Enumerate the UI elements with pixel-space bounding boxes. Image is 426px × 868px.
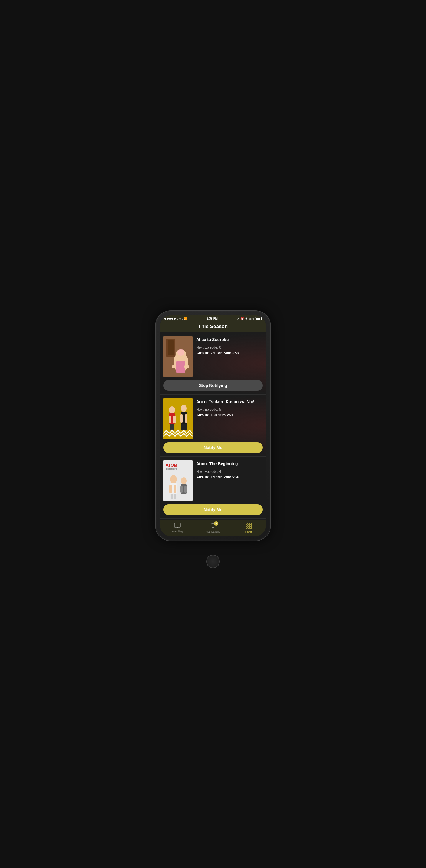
status-bar: VIVA 📶 2:39 PM ↗ ⏰ ✱ 76% [160,315,266,321]
wifi-icon: 📶 [184,317,187,320]
notifications-tab-label: Notifications [206,530,220,533]
anime-next-ep-ani: Next Episode: 5 [196,407,263,412]
alarm-icon: ⏰ [241,317,244,320]
status-right: ↗ ⏰ ✱ 76% [237,317,262,320]
svg-rect-50 [248,523,250,524]
anime-item-alice: Alice to Zouroku Next Episode: 6 Airs in… [160,333,266,395]
svg-rect-57 [250,527,252,528]
anime-item-atom: ATOM THE BEGINNING [160,457,266,519]
anime-info-ani: Ani ni Tsukeru Kusuri wa Nai! Next Episo… [196,398,263,439]
svg-rect-14 [173,416,176,423]
tab-watching[interactable]: Watching [160,523,195,533]
svg-point-32 [181,477,187,484]
status-time: 2:39 PM [206,317,218,320]
tab-bar: Watching 2 Notifications [160,520,266,536]
svg-rect-21 [181,424,184,430]
anime-row-atom: ATOM THE BEGINNING [160,457,266,501]
tab-chart[interactable]: Chart [231,522,266,533]
signal-dot [164,318,166,319]
svg-rect-15 [170,424,172,430]
chart-tab-label: Chart [246,530,252,533]
svg-rect-35 [184,486,187,493]
anime-title-ani: Ani ni Tsukeru Kusuri wa Nai! [196,399,263,404]
anime-action-ani: Notify Me [160,439,266,456]
svg-rect-7 [172,366,176,368]
tab-notifications[interactable]: 2 Notifications [195,523,231,533]
svg-rect-22 [184,424,187,430]
notify-me-button-atom[interactable]: Notify Me [163,504,263,515]
anime-cover-atom: ATOM THE BEGINNING [163,460,193,501]
anime-list: Alice to Zouroku Next Episode: 6 Airs in… [160,333,266,520]
signal-dot [169,318,171,319]
phone-outer: VIVA 📶 2:39 PM ↗ ⏰ ✱ 76% This Season [155,311,271,540]
phone-screen: VIVA 📶 2:39 PM ↗ ⏰ ✱ 76% This Season [160,315,266,536]
signal-dot [171,318,173,319]
svg-rect-8 [184,366,189,368]
anime-row-ani: Ani ni Tsukeru Kusuri wa Nai! Next Episo… [160,395,266,439]
page-title: This Season [198,324,228,329]
anime-airs-atom: Airs in: 1d 19h 20m 25s [196,475,263,479]
anime-next-ep-alice: Next Episode: 6 [196,345,263,349]
stop-notifying-button-alice[interactable]: Stop Notifying [163,380,263,391]
svg-rect-19 [180,414,183,423]
phone-wrapper: VIVA 📶 2:39 PM ↗ ⏰ ✱ 76% This Season [155,311,271,557]
svg-point-17 [181,405,187,412]
svg-rect-53 [248,525,250,526]
battery-indicator [255,317,262,320]
svg-rect-2 [168,340,173,355]
svg-rect-13 [169,416,171,423]
svg-point-11 [169,406,175,413]
anime-cover-alice [163,336,193,377]
svg-rect-31 [174,494,176,499]
battery-percent: 76% [249,317,254,320]
notify-me-button-ani[interactable]: Notify Me [163,442,263,453]
anime-airs-ani: Airs in: 18h 15m 25s [196,413,263,417]
watching-icon [174,523,180,529]
svg-rect-54 [250,525,252,526]
svg-text:THE BEGINNING: THE BEGINNING [166,468,177,470]
svg-rect-16 [172,424,174,430]
svg-rect-30 [171,494,173,499]
anime-action-alice: Stop Notifying [160,377,266,394]
svg-rect-29 [173,485,176,493]
svg-point-26 [170,475,177,484]
anime-info-alice: Alice to Zouroku Next Episode: 6 Airs in… [196,336,263,377]
svg-rect-28 [169,485,172,493]
anime-row-alice: Alice to Zouroku Next Episode: 6 Airs in… [160,333,266,377]
bluetooth-icon: ✱ [245,317,248,320]
anime-airs-alice: Airs in: 2d 18h 50m 25s [196,351,263,355]
app-header: This Season [160,321,266,333]
svg-rect-49 [246,523,248,524]
signal-dots [164,318,176,319]
svg-rect-56 [248,527,250,528]
battery-fill [256,318,260,319]
svg-text:ATOM: ATOM [166,463,177,468]
svg-rect-45 [174,523,180,527]
signal-dot [174,318,176,319]
anime-row-berserk: Berserk 2 Next Episode: 6 Airs in: 18h 5… [160,519,266,520]
svg-rect-20 [185,414,188,423]
watching-tab-label: Watching [172,530,183,533]
anime-title-alice: Alice to Zouroku [196,337,263,342]
svg-point-5 [177,349,184,356]
anime-item-ani: Ani ni Tsukeru Kusuri wa Nai! Next Episo… [160,395,266,457]
anime-item-berserk: Berserk 2 Next Episode: 6 Airs in: 18h 5… [160,519,266,520]
chart-icon [246,522,252,530]
status-left: VIVA 📶 [164,317,187,320]
notifications-badge: 2 [214,521,218,526]
anime-next-ep-atom: Next Episode: 4 [196,470,263,474]
anime-info-atom: Atom: The Beginning Next Episode: 4 Airs… [196,460,263,501]
signal-dot [167,318,169,319]
svg-rect-51 [250,523,252,524]
home-button[interactable] [206,555,220,568]
anime-action-atom: Notify Me [160,501,266,519]
svg-rect-34 [180,486,183,493]
svg-rect-55 [246,527,248,528]
carrier-label: VIVA [177,317,183,320]
location-icon: ↗ [237,317,239,320]
svg-rect-52 [246,525,248,526]
svg-rect-6 [176,361,185,373]
anime-cover-ani [163,398,193,439]
anime-title-atom: Atom: The Beginning [196,461,263,466]
